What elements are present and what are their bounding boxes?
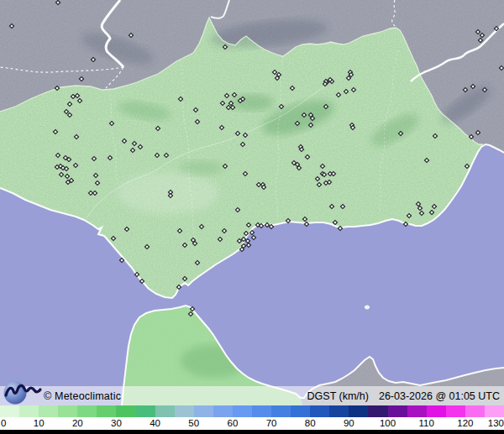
scale-tick: 0 bbox=[1, 418, 6, 428]
map-datetime: 26-03-2026 @ 01:05 UTC bbox=[379, 390, 500, 402]
scale-segment bbox=[77, 405, 97, 417]
scale-tick: 30 bbox=[111, 418, 122, 428]
scale-tick: 130 bbox=[488, 418, 504, 428]
scale-segment bbox=[175, 405, 194, 417]
scale-segment bbox=[427, 405, 446, 417]
info-bar: © Meteoclimatic DGST (km/h) 26-03-2026 @… bbox=[0, 386, 504, 405]
scale-segment bbox=[19, 405, 39, 417]
weather-map-image: © Meteoclimatic DGST (km/h) 26-03-2026 @… bbox=[0, 0, 504, 434]
scale-tick: 110 bbox=[419, 418, 434, 428]
scale-tick: 70 bbox=[266, 418, 277, 428]
scale-tick: 80 bbox=[305, 418, 316, 428]
meteoclimatic-logo-icon bbox=[3, 379, 45, 407]
color-scale-ticks: 0102030405060708090100110120130 bbox=[0, 417, 504, 430]
scale-segment bbox=[39, 405, 58, 417]
scale-segment bbox=[0, 405, 19, 417]
scale-segment bbox=[368, 405, 387, 417]
scale-segment bbox=[446, 405, 465, 417]
scale-segment bbox=[58, 405, 77, 417]
island-dot bbox=[365, 306, 369, 309]
scale-segment bbox=[136, 405, 155, 417]
scale-segment bbox=[349, 405, 368, 417]
scale-tick: 100 bbox=[380, 418, 396, 428]
scale-segment bbox=[329, 405, 349, 417]
scale-segment bbox=[252, 405, 271, 417]
credit-text: © Meteoclimatic bbox=[44, 390, 121, 402]
scale-tick: 60 bbox=[228, 418, 239, 428]
scale-segment bbox=[155, 405, 175, 417]
scale-tick: 120 bbox=[457, 418, 473, 428]
scale-segment bbox=[233, 405, 252, 417]
map-variable-label: DGST (km/h) bbox=[307, 390, 369, 402]
scale-segment bbox=[271, 405, 291, 417]
scale-tick: 40 bbox=[150, 418, 160, 428]
scale-segment bbox=[97, 405, 116, 417]
scale-tick: 20 bbox=[72, 418, 83, 428]
scale-tick: 50 bbox=[188, 418, 199, 428]
scale-segment bbox=[194, 405, 213, 417]
scale-segment bbox=[116, 405, 135, 417]
scale-segment bbox=[465, 405, 485, 417]
scale-segment bbox=[291, 405, 310, 417]
color-scale-legend: 0102030405060708090100110120130 bbox=[0, 405, 504, 430]
scale-segment bbox=[310, 405, 329, 417]
scale-segment bbox=[485, 405, 504, 417]
bottom-border bbox=[0, 430, 504, 434]
scale-segment bbox=[388, 405, 407, 417]
scale-segment bbox=[407, 405, 427, 417]
meteoclimatic-logo bbox=[3, 379, 45, 407]
andalusia-gust-map bbox=[0, 0, 504, 405]
scale-tick: 90 bbox=[344, 418, 354, 428]
scale-tick: 10 bbox=[34, 418, 45, 428]
map-title-group: DGST (km/h) 26-03-2026 @ 01:05 UTC bbox=[307, 386, 500, 405]
scale-segment bbox=[213, 405, 233, 417]
color-scale-gradient bbox=[0, 405, 504, 417]
